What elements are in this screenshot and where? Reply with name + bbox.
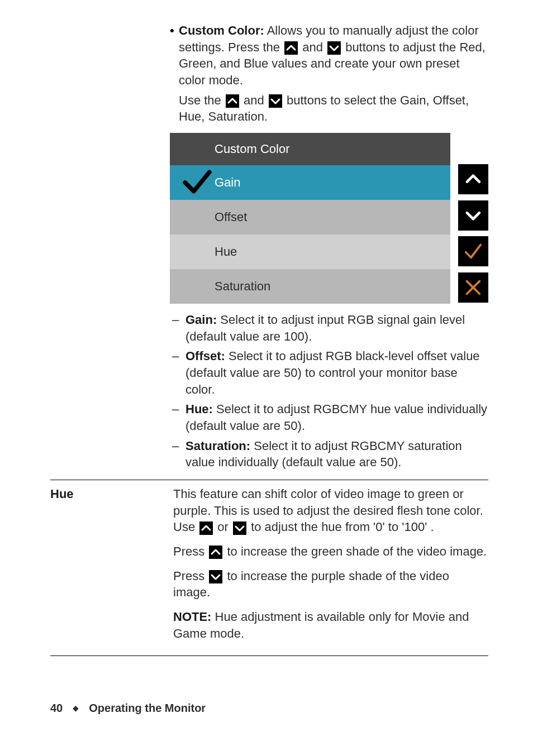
down-icon	[269, 94, 282, 108]
up-icon	[284, 41, 298, 55]
osd-item-saturation[interactable]: Saturation	[170, 269, 450, 304]
osd-title: Custom Color	[170, 133, 450, 165]
divider	[50, 655, 488, 656]
diamond-icon: ◆	[73, 703, 79, 714]
down-icon	[233, 521, 246, 535]
hue-note: NOTE: Hue adjustment is available only f…	[173, 609, 488, 642]
up-icon	[226, 94, 239, 108]
down-icon	[209, 570, 222, 583]
hue-description: This feature can shift color of video im…	[173, 486, 488, 535]
up-icon	[199, 521, 213, 535]
hue-def-label: Hue:	[185, 402, 213, 416]
osd-down-button[interactable]	[458, 200, 488, 231]
gain-def-label: Gain:	[185, 313, 217, 327]
hue-up-instruction: Press to increase the green shade of the…	[173, 543, 488, 560]
check-icon	[180, 165, 215, 200]
osd-item-hue[interactable]: Hue	[170, 235, 450, 269]
saturation-def-label: Saturation:	[185, 439, 250, 453]
hue-down-instruction: Press to increase the purple shade of th…	[173, 568, 488, 601]
custom-color-paragraph: Custom Color: Allows you to manually adj…	[179, 22, 488, 125]
hue-row-label: Hue	[50, 486, 173, 650]
offset-def-label: Offset:	[185, 349, 225, 363]
osd-menu: Custom Color Gain Offset Hue	[170, 133, 488, 304]
definitions-list: Gain: Select it to adjust input RGB sign…	[170, 312, 488, 471]
up-icon	[209, 546, 222, 559]
osd-item-gain[interactable]: Gain	[170, 165, 450, 200]
bullet-marker: •	[170, 22, 179, 125]
page-number: 40	[50, 701, 63, 716]
osd-close-button[interactable]	[458, 272, 488, 303]
osd-confirm-button[interactable]	[458, 236, 488, 266]
section-title: Operating the Monitor	[89, 701, 206, 716]
divider	[50, 480, 488, 480]
osd-up-button[interactable]	[458, 164, 488, 194]
osd-item-offset[interactable]: Offset	[170, 200, 450, 235]
custom-color-label: Custom Color:	[179, 23, 264, 37]
page-footer: 40 ◆ Operating the Monitor	[50, 701, 488, 716]
down-icon	[327, 41, 341, 55]
